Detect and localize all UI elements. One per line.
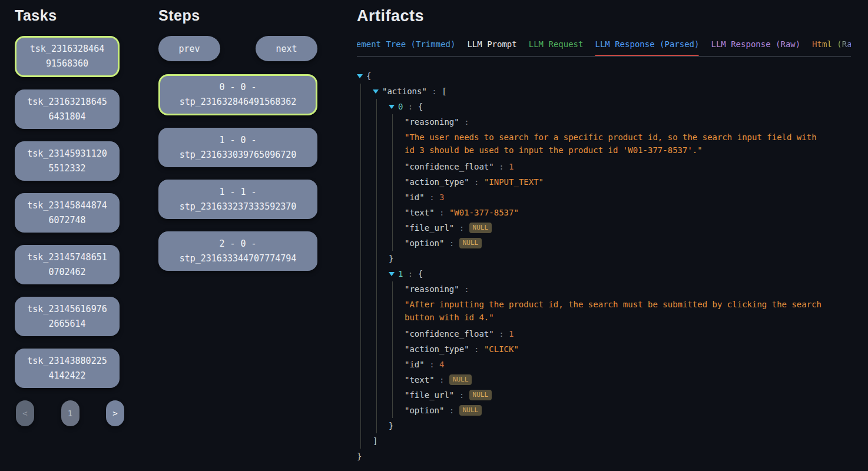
json-tree-row: "reasoning" : [357, 281, 852, 297]
json-bracket: } [357, 452, 362, 461]
expander-icon[interactable] [389, 105, 395, 109]
indent-guide [376, 372, 389, 387]
tasks-panel: Tasks tsk_231632846491568360tsk_23163218… [15, 7, 120, 426]
json-line-content: "text" : NULL [405, 372, 476, 387]
indent-guide [392, 205, 405, 220]
json-value-string: "CLICK" [484, 344, 519, 354]
json-key: "action_type" [405, 344, 469, 354]
task-button[interactable]: tsk_231457486510702462 [15, 245, 120, 284]
indent-guide [376, 205, 389, 220]
indent-guide [360, 341, 373, 357]
json-null-badge: NULL [459, 238, 482, 248]
json-tree-row: "file_url" : NULL [357, 387, 852, 403]
json-tree-row: "id" : 4 [357, 357, 852, 372]
json-value-number: 4 [439, 360, 444, 369]
json-tree-row: "confidence_float" : 1 [357, 326, 852, 341]
json-null-badge: NULL [469, 223, 492, 233]
json-bracket: { [366, 71, 371, 81]
json-line-content: { [366, 68, 376, 84]
artifacts-panel: Artifacts Element Tree (Trimmed)LLM Prom… [357, 7, 852, 464]
indent-guide [376, 130, 389, 159]
json-bracket: ] [373, 436, 377, 446]
json-key: "actions" [382, 87, 427, 96]
json-punctuation: : [435, 375, 449, 384]
tab-llm-request[interactable]: LLM Request [529, 39, 584, 56]
indent-guide [376, 174, 389, 190]
indent-guide [360, 251, 373, 266]
json-bracket: } [389, 421, 393, 430]
pagination-prev-button[interactable]: < [16, 400, 34, 426]
step-button[interactable]: 2 - 0 - stp_231633344707774794 [158, 231, 317, 271]
json-punctuation: : [425, 360, 439, 369]
step-list: 0 - 0 - stp_2316328464915683621 - 0 - st… [158, 74, 317, 271]
json-punctuation: : [469, 344, 484, 354]
indent-guide [392, 174, 405, 190]
tab-llm-prompt[interactable]: LLM Prompt [467, 39, 516, 56]
task-button[interactable]: tsk_231456169762665614 [15, 297, 120, 336]
indent-guide [392, 326, 405, 341]
json-value-string: "W01-377-8537" [449, 208, 519, 217]
indent-guide [360, 281, 373, 297]
indent-guide [392, 281, 405, 297]
json-line-content: "actions" : [ [382, 84, 452, 99]
indent-guide [360, 236, 373, 251]
task-button[interactable]: tsk_231459311205512332 [15, 141, 120, 181]
json-bracket: } [389, 254, 393, 263]
json-punctuation: : [425, 193, 439, 202]
indent-guide [376, 251, 389, 266]
indent-guide [360, 433, 373, 449]
indent-guide [376, 159, 389, 174]
tab-html-raw-[interactable]: Html (Raw) [812, 39, 851, 56]
json-value-number: 1 [509, 162, 513, 171]
expander-icon[interactable] [357, 74, 363, 78]
indent-guide [360, 99, 373, 114]
json-line-content: "id" : 3 [405, 190, 449, 205]
task-button[interactable]: tsk_231632186456431804 [15, 89, 120, 129]
expander-icon[interactable] [373, 89, 379, 94]
json-tree-row: "The user needs to search for a specific… [357, 130, 852, 159]
task-button[interactable]: tsk_231458448746072748 [15, 193, 120, 233]
json-tree-row: "file_url" : NULL [357, 220, 852, 236]
indent-guide [360, 418, 373, 433]
indent-guide [360, 266, 373, 281]
prev-step-button[interactable]: prev [158, 36, 220, 61]
json-key: "option" [405, 238, 444, 248]
indent-guide [392, 236, 405, 251]
json-line-content: "id" : 4 [405, 357, 449, 372]
step-button[interactable]: 0 - 0 - stp_231632846491568362 [158, 74, 317, 115]
task-button[interactable]: tsk_231438802254142422 [15, 349, 120, 388]
indent-guide [376, 281, 389, 297]
json-line-content: "option" : NULL [405, 403, 486, 418]
tab-llm-response-raw-[interactable]: LLM Response (Raw) [711, 39, 800, 56]
json-line-content: "file_url" : NULL [405, 387, 496, 403]
indent-guide [392, 341, 405, 357]
json-tree-row: "text" : NULL [357, 372, 852, 387]
tab-element-tree-trimmed-[interactable]: Element Tree (Trimmed) [357, 39, 455, 56]
expander-icon[interactable] [389, 272, 395, 276]
json-key: "option" [405, 406, 444, 415]
tasks-title: Tasks [15, 7, 120, 24]
json-value-string: "The user needs to search for a specific… [405, 132, 817, 155]
indent-guide [392, 403, 405, 418]
json-tree-row: ] [357, 433, 852, 449]
json-tree-row: 1 : { [357, 266, 852, 281]
next-step-button[interactable]: next [256, 36, 317, 61]
task-button[interactable]: tsk_231632846491568360 [15, 36, 120, 77]
pagination-page-button[interactable]: 1 [61, 400, 79, 426]
json-tree-row: } [357, 251, 852, 266]
json-punctuation: : [494, 162, 509, 171]
step-button[interactable]: 1 - 0 - stp_231633039765096720 [158, 128, 317, 167]
step-button[interactable]: 1 - 1 - stp_231633237333592370 [158, 180, 317, 219]
indent-guide [360, 205, 373, 220]
json-tree-row: { [357, 68, 852, 84]
json-line-content: "file_url" : NULL [405, 220, 496, 236]
tab-llm-response-parsed-[interactable]: LLM Response (Parsed) [595, 39, 699, 56]
indent-guide [376, 114, 389, 130]
indent-guide [360, 114, 373, 130]
json-key: "reasoning" [405, 284, 459, 294]
pagination-next-button[interactable]: > [106, 400, 124, 426]
indent-guide [376, 418, 389, 433]
indent-guide [360, 130, 373, 159]
steps-nav: prev next [158, 36, 317, 61]
steps-panel: Steps prev next 0 - 0 - stp_231632846491… [158, 7, 317, 283]
